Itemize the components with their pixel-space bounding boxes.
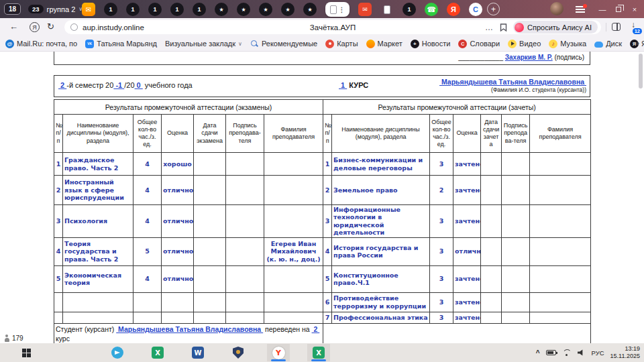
yandex-home-button[interactable]: Я <box>30 22 40 32</box>
telegram-app[interactable] <box>106 344 129 361</box>
profile-avatar[interactable] <box>550 2 564 15</box>
table-cell: Конституционное право.Ч.1 <box>332 265 430 292</box>
table-cell: зачтено <box>453 292 481 312</box>
word-app[interactable]: W <box>186 344 209 361</box>
bookmark-item[interactable]: Карты <box>325 40 358 48</box>
bookmark-item[interactable]: Рекомендуемые <box>250 40 317 48</box>
bookmark-item[interactable]: @Mail.Ru: почта, по <box>5 40 77 48</box>
browser-toolbar: ← Я ↻ aup.instudy.online Зачётка.АУП … С… <box>0 18 644 36</box>
tab-menu-icon[interactable]: ⋮ <box>339 6 345 13</box>
tray-chevron-icon[interactable]: ^ <box>536 349 540 357</box>
table-cell: зачтено <box>453 205 481 238</box>
bookmarks-overflow-icon[interactable]: » <box>635 39 639 47</box>
column-header: Оценка <box>453 115 481 153</box>
bookmark-item[interactable]: Видео <box>508 40 541 48</box>
bookmarks-bar: @Mail.Ru: почта, поVKТатьяна МарьяндВизу… <box>0 36 644 52</box>
table-cell <box>502 237 530 265</box>
more-icon[interactable]: … <box>485 23 494 32</box>
bookmark-item[interactable]: Визуальные закладк∨ <box>165 40 242 48</box>
section-title-row: Результаты промежуточной аттестации (экз… <box>54 100 591 115</box>
chat-tab-icon[interactable]: 1 <box>148 3 162 16</box>
scrollbar-thumb[interactable] <box>639 54 643 88</box>
battery-icon[interactable] <box>546 350 556 355</box>
chat-tab-icon[interactable]: 1 <box>104 3 117 16</box>
taskbar-apps: XWYX <box>15 344 330 361</box>
restore-button[interactable] <box>610 5 627 13</box>
excel-app-2[interactable]: X <box>307 344 330 361</box>
security-app[interactable] <box>227 344 250 361</box>
table-cell <box>502 176 530 205</box>
yandex-browser-app[interactable]: Y <box>267 344 290 361</box>
alice-tab-icon[interactable]: ★ <box>281 3 294 16</box>
excel-app[interactable]: X <box>146 344 169 361</box>
table-cell <box>63 312 133 323</box>
student-block: Марьяндышева Татьяна Владиславовна (Фами… <box>439 78 586 93</box>
link[interactable]: 2 <box>58 81 66 89</box>
document-tab-icon[interactable] <box>380 3 394 16</box>
url-text[interactable]: aup.instudy.online <box>83 23 144 32</box>
link[interactable]: -1 <box>113 81 124 89</box>
back-button[interactable]: ← <box>9 21 18 32</box>
chat-tab-icon[interactable]: 1 <box>170 3 184 16</box>
language-indicator[interactable]: РУС <box>592 349 604 357</box>
tab-group[interactable]: 23 группа 2 ∨ <box>28 3 83 15</box>
alice-tab-icon[interactable]: ★ <box>215 3 228 16</box>
link[interactable]: Захаркив М. Р. <box>505 54 553 61</box>
new-tab-button[interactable]: + <box>487 3 500 15</box>
bookmark-item[interactable]: +Новости <box>411 40 451 48</box>
wifi-icon[interactable] <box>562 349 572 356</box>
link[interactable]: 1 <box>339 81 347 89</box>
side-panel-icon[interactable] <box>612 23 621 31</box>
bookmark-item[interactable]: Маркет <box>366 40 402 48</box>
yandex-tab-icon[interactable]: Я <box>447 3 460 16</box>
pin-icon <box>325 40 334 48</box>
service-tab-icon[interactable]: С <box>469 3 482 16</box>
minimize-button[interactable]: — <box>594 5 610 13</box>
link[interactable]: Марьяндышева Татьяна Владиславовна <box>116 325 263 333</box>
link[interactable]: 2 <box>312 325 320 333</box>
table-cell <box>194 176 226 205</box>
table-cell <box>264 153 323 176</box>
refresh-button[interactable]: ↻ <box>47 21 54 32</box>
bookmark-label: Яндекс <box>641 40 644 48</box>
table-cell <box>194 153 226 176</box>
document-icon <box>330 5 337 14</box>
close-button[interactable]: × <box>627 5 643 13</box>
alice-tab-icon[interactable]: ★ <box>237 3 250 16</box>
mail-tab-icon[interactable]: ✉ <box>82 3 95 16</box>
whatsapp-tab-icon[interactable]: ☎ <box>425 3 438 16</box>
address-bar-actions: … Спросить Алису AI <box>485 20 598 34</box>
table-row: 6Противодействие терроризму и коррупции3… <box>54 292 591 312</box>
cloud-icon <box>594 42 603 48</box>
clock[interactable]: 13:19 15.11.2025 <box>610 345 640 360</box>
downloads-button[interactable]: ↓12 <box>628 20 639 32</box>
bookmark-item[interactable]: VKТатьяна Марьянд <box>85 40 157 48</box>
bookmark-item[interactable]: ССловари <box>458 40 500 48</box>
table-row: 3Психология4отлично3Информационные техно… <box>54 205 591 238</box>
browser-menu-icon[interactable] <box>576 6 585 13</box>
tab-count-badge[interactable]: 18 <box>4 3 21 15</box>
alice-tab-icon[interactable]: ★ <box>259 3 272 16</box>
table-cell <box>226 292 264 312</box>
ask-alice-button[interactable]: Спросить Алису AI <box>513 21 598 34</box>
bookmark-item[interactable]: Диск <box>594 40 622 48</box>
table-cell: 6 <box>323 292 332 312</box>
alice-tab-icon[interactable]: ★ <box>303 3 317 16</box>
start-button[interactable] <box>15 344 38 361</box>
chat-tab-icon[interactable]: 1 <box>193 3 206 16</box>
table-cell <box>530 153 591 176</box>
mail-badge-tab-icon[interactable]: ✉ <box>358 3 372 16</box>
table-cell: 3 <box>430 265 453 292</box>
active-tab[interactable]: ⋮ <box>325 2 350 17</box>
column-header: Подпись преподава-теля <box>502 115 530 153</box>
chat-tab-icon[interactable]: 1 <box>126 3 140 16</box>
link[interactable]: 0 <box>135 81 143 89</box>
table-cell: отлично <box>162 176 194 205</box>
bookmark-label: Диск <box>606 40 622 48</box>
chat-tab-icon[interactable]: 1 <box>402 3 416 16</box>
bookmark-item[interactable]: ♪Музыка <box>549 40 586 48</box>
bookmark-flag-icon[interactable] <box>500 23 507 32</box>
volume-icon[interactable] <box>578 349 586 356</box>
address-bar[interactable]: aup.instudy.online Зачётка.АУП … Спросит… <box>64 20 601 34</box>
link[interactable]: Марьяндышева Татьяна Владиславовна <box>439 78 586 86</box>
